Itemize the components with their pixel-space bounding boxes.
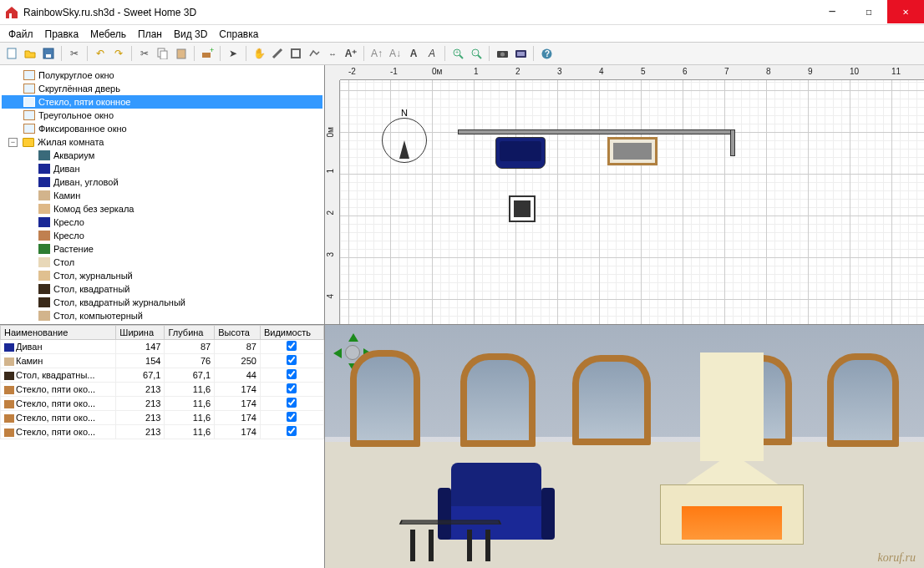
visibility-checkbox[interactable] — [287, 398, 297, 408]
table-row[interactable]: Камин 154 76 250 — [1, 354, 324, 368]
tree-item[interactable]: Аквариум — [2, 149, 322, 162]
property-panel: Наименование Ширина Глубина Высота Видим… — [0, 325, 324, 568]
coffeetable3d[interactable] — [400, 511, 500, 561]
add-furniture-icon[interactable]: + — [199, 45, 216, 62]
tree-item[interactable]: Стол, квадратный — [2, 282, 322, 296]
col-height[interactable]: Высота — [215, 326, 261, 340]
plan-panel[interactable]: -2-10м1234567891011 0м12345 — [325, 65, 924, 324]
tree-item[interactable]: Стекло, пяти оконное — [2, 95, 322, 109]
furniture-table[interactable]: Наименование Ширина Глубина Высота Видим… — [0, 325, 324, 439]
table-row[interactable]: Диван 147 87 87 — [1, 340, 324, 354]
expander-icon[interactable]: − — [8, 138, 18, 147]
tree-item[interactable]: Кресло — [2, 216, 322, 229]
table-row[interactable]: Стекло, пяти око... 213 11,6 174 — [1, 411, 324, 425]
tree-folder[interactable]: −Жилая комната — [2, 135, 322, 149]
open-icon[interactable] — [22, 45, 38, 62]
tree-item[interactable]: Кресло — [2, 229, 322, 242]
compass-icon[interactable] — [382, 118, 427, 163]
italic-icon[interactable]: A — [424, 45, 440, 62]
toolbar: ✂ ↶ ↷ ✂ + ➤ ✋ ↔ A⁺ A↑ A↓ A A + - ? — [0, 42, 924, 65]
photo-icon[interactable] — [494, 45, 510, 62]
zoom-out-icon[interactable]: - — [468, 45, 485, 62]
menu-furniture[interactable]: Мебель — [85, 27, 131, 40]
undo-icon[interactable]: ↶ — [92, 45, 109, 62]
furniture-tree[interactable]: Полукруглое окноСкруглённая дверьСтекло,… — [0, 65, 324, 324]
cut-icon[interactable]: ✂ — [136, 45, 153, 62]
table-row[interactable]: Стекло, пяти око... 213 11,6 174 — [1, 397, 324, 411]
visibility-checkbox[interactable] — [287, 412, 297, 422]
table-row[interactable]: Стекло, пяти око... 213 11,6 174 — [1, 383, 324, 397]
wall[interactable] — [731, 130, 734, 155]
tree-item[interactable]: Стол, компьютерный — [2, 309, 322, 322]
tree-item[interactable]: Диван, угловой — [2, 175, 322, 189]
tree-item[interactable]: Стол, журнальный — [2, 269, 322, 282]
menu-file[interactable]: Файл — [3, 27, 38, 40]
plan-fireplace[interactable] — [607, 137, 657, 165]
maximize-button[interactable]: ☐ — [850, 0, 887, 23]
create-walls-icon[interactable] — [269, 45, 286, 62]
view3d-canvas[interactable]: koruf.ru — [325, 325, 924, 568]
preferences-icon[interactable]: ✂ — [66, 45, 83, 62]
decrease-text-icon[interactable]: A↓ — [387, 45, 404, 62]
col-name[interactable]: Наименование — [1, 326, 116, 340]
pan-tool-icon[interactable]: ✋ — [251, 45, 267, 62]
copy-icon[interactable] — [155, 45, 171, 62]
nav-up-icon[interactable] — [348, 333, 358, 342]
tree-item[interactable]: Треугольное окно — [2, 109, 322, 122]
fireplace3d[interactable] — [648, 352, 815, 545]
minimize-button[interactable]: ─ — [814, 0, 850, 23]
new-icon[interactable] — [3, 45, 20, 62]
window-icon — [23, 97, 35, 107]
ruler-tick: 3 — [326, 252, 335, 257]
table-row[interactable]: Стекло, пяти око... 213 11,6 174 — [1, 425, 324, 439]
zoom-in-icon[interactable]: + — [449, 45, 466, 62]
create-text-icon[interactable]: A⁺ — [343, 45, 359, 62]
paste-icon[interactable] — [173, 45, 190, 62]
visibility-checkbox[interactable] — [287, 341, 297, 351]
visibility-checkbox[interactable] — [287, 426, 297, 436]
menu-help[interactable]: Справка — [214, 27, 263, 40]
create-dimension-icon[interactable]: ↔ — [324, 45, 341, 62]
increase-text-icon[interactable]: A↑ — [368, 45, 385, 62]
plan-sofa[interactable] — [495, 137, 546, 169]
app-icon — [5, 6, 18, 19]
menu-edit[interactable]: Правка — [40, 27, 84, 40]
visibility-checkbox[interactable] — [287, 355, 297, 365]
tree-item[interactable]: Стол — [2, 256, 322, 269]
tree-item[interactable]: Стол, квадратный журнальный — [2, 296, 322, 309]
col-width[interactable]: Ширина — [116, 326, 165, 340]
menu-plan[interactable]: План — [133, 27, 167, 40]
svg-line-15 — [478, 55, 481, 58]
window3d — [350, 350, 420, 447]
wall[interactable] — [459, 130, 734, 134]
create-room-icon[interactable] — [287, 45, 304, 62]
tree-item[interactable]: Растение — [2, 242, 322, 256]
help-icon[interactable]: ? — [538, 45, 555, 62]
tree-item[interactable]: Диван — [2, 162, 322, 175]
tree-item[interactable]: Камин — [2, 189, 322, 202]
tree-item[interactable]: Полукруглое окно — [2, 68, 322, 82]
nav-left-icon[interactable] — [333, 348, 342, 358]
tree-item[interactable]: Скруглённая дверь — [2, 82, 322, 95]
tree-item[interactable]: Комод без зеркала — [2, 202, 322, 216]
tree-item[interactable]: Фиксированное окно — [2, 122, 322, 135]
table-row[interactable]: Стол, квадратны... 67,1 67,1 44 — [1, 368, 324, 383]
visibility-checkbox[interactable] — [287, 369, 297, 379]
create-polyline-icon[interactable] — [306, 45, 322, 62]
plan-canvas[interactable]: -2-10м1234567891011 0м12345 — [325, 65, 924, 324]
save-icon[interactable] — [40, 45, 57, 62]
visibility-checkbox[interactable] — [287, 383, 297, 393]
svg-rect-2 — [8, 48, 16, 58]
video-icon[interactable] — [512, 45, 529, 62]
bold-icon[interactable]: A — [405, 45, 422, 62]
col-depth[interactable]: Глубина — [165, 326, 215, 340]
close-button[interactable]: ✕ — [887, 0, 924, 23]
col-visible[interactable]: Видимость — [260, 326, 323, 340]
plan-table[interactable] — [509, 195, 536, 222]
select-tool-icon[interactable]: ➤ — [225, 45, 241, 62]
redo-icon[interactable]: ↷ — [110, 45, 127, 62]
ruler-tick: 4 — [326, 294, 335, 299]
menu-view3d[interactable]: Вид 3D — [169, 27, 212, 40]
ruler-tick: 5 — [641, 67, 646, 76]
view3d-panel[interactable]: koruf.ru — [325, 325, 924, 568]
